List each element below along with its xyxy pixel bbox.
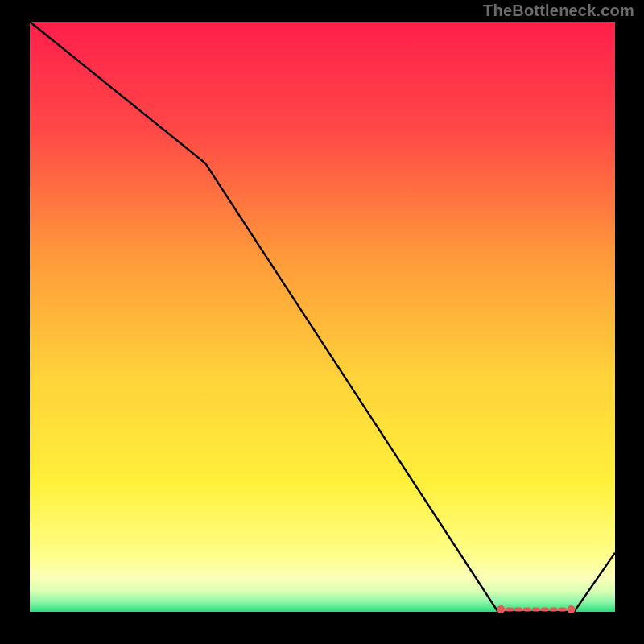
plot-background	[30, 22, 615, 612]
marker-dash	[532, 608, 540, 612]
marker-dash	[506, 608, 514, 612]
marker-dash	[550, 608, 558, 612]
bottleneck-chart	[0, 0, 644, 644]
marker-dot	[497, 605, 505, 613]
marker-dash	[541, 608, 549, 612]
chart-container: TheBottleneck.com	[0, 0, 644, 644]
attribution-text: TheBottleneck.com	[483, 2, 634, 20]
marker-dash	[559, 608, 567, 612]
marker-dash	[523, 608, 531, 612]
marker-dash	[514, 608, 522, 612]
marker-dot	[567, 605, 575, 613]
